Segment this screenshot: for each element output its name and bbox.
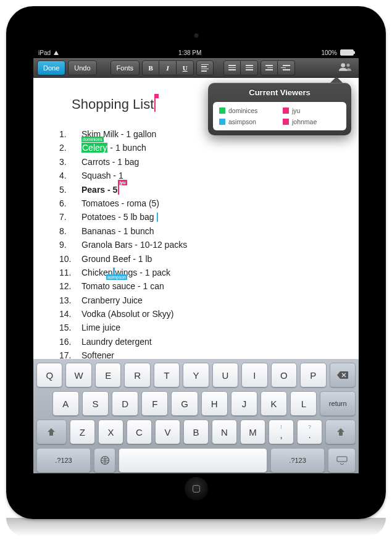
collab-cursor xyxy=(157,213,158,222)
italic-button[interactable]: I xyxy=(159,61,177,75)
numbers-key-right[interactable]: .?123 xyxy=(270,448,325,473)
key-o[interactable]: O xyxy=(271,363,297,387)
list-number: 12. xyxy=(53,279,81,293)
home-button[interactable] xyxy=(185,477,208,501)
key-e[interactable]: E xyxy=(95,363,121,387)
key-k[interactable]: K xyxy=(261,391,287,416)
align-button[interactable] xyxy=(196,61,214,75)
shift-key-right[interactable] xyxy=(325,420,356,444)
list-item[interactable]: 13.Cranberry Juice xyxy=(53,294,346,307)
list-item[interactable]: 15.Lime juice xyxy=(53,321,346,334)
list-text: Cranberry Juice xyxy=(81,294,346,307)
list-group xyxy=(223,61,258,75)
list-item[interactable]: 16.Laundry detergent xyxy=(53,335,346,349)
key-p[interactable]: P xyxy=(300,363,326,387)
key-x[interactable]: X xyxy=(98,420,123,444)
key-s[interactable]: S xyxy=(82,391,109,416)
key-f[interactable]: F xyxy=(141,391,168,416)
list-item[interactable]: 12.Tomato sauce - 1 can xyxy=(53,279,346,293)
key-i[interactable]: I xyxy=(241,363,267,387)
list-text: Softener xyxy=(81,349,346,359)
shopping-list: 1.Skim Milk - 1 gallon2.Celerydominices … xyxy=(53,127,346,359)
undo-button[interactable]: Undo xyxy=(68,61,96,75)
key-l[interactable]: L xyxy=(290,391,317,416)
done-button[interactable]: Done xyxy=(37,61,65,75)
collab-cursor: jyu xyxy=(118,185,119,194)
list-item[interactable]: 11.Chicken asimpsonwings - 1 pack xyxy=(53,266,346,279)
list-number: 5. xyxy=(53,183,81,196)
list-item[interactable]: 5.Pears - 5jyu xyxy=(53,183,346,196)
key-n[interactable]: N xyxy=(212,420,237,444)
key-exclaim[interactable]: !, xyxy=(269,420,294,444)
key-q[interactable]: Q xyxy=(36,363,62,387)
list-item[interactable]: 3.Carrots - 1 bag xyxy=(53,155,346,169)
indent-button[interactable] xyxy=(278,61,295,75)
key-m[interactable]: M xyxy=(240,420,265,444)
viewer-item[interactable]: johnmae xyxy=(283,118,340,125)
key-g[interactable]: G xyxy=(171,391,198,416)
people-icon xyxy=(339,62,351,72)
key-r[interactable]: R xyxy=(124,363,150,387)
key-t[interactable]: T xyxy=(154,363,180,387)
list-text: Bananas - 1 bunch xyxy=(81,224,346,238)
fonts-button[interactable]: Fonts xyxy=(111,61,140,75)
shift-key-left[interactable] xyxy=(36,420,67,444)
numbered-list-button[interactable] xyxy=(223,61,241,75)
list-item[interactable]: 7.Potatoes - 5 lb bag xyxy=(53,210,346,224)
list-number: 14. xyxy=(53,307,81,321)
key-j[interactable]: J xyxy=(231,391,257,416)
key-a[interactable]: A xyxy=(52,391,79,416)
backspace-key[interactable] xyxy=(330,363,356,387)
ipad-frame: iPad 1:38 PM 100% Done Undo Fonts B I U xyxy=(6,6,386,519)
viewers-button[interactable] xyxy=(335,62,355,74)
user-tag: asimpson xyxy=(106,274,127,280)
viewer-item[interactable]: jyu xyxy=(283,107,340,114)
key-h[interactable]: H xyxy=(201,391,228,416)
list-item[interactable]: 9.Granola Bars - 10-12 packs xyxy=(53,238,346,251)
list-item[interactable]: 17.Softener xyxy=(53,349,346,359)
return-key[interactable]: return xyxy=(320,391,356,416)
underline-button[interactable]: U xyxy=(177,61,194,75)
list-number: 4. xyxy=(53,169,81,182)
viewer-color-swatch xyxy=(219,119,225,125)
list-item[interactable]: 8.Bananas - 1 bunch xyxy=(53,224,346,238)
viewer-item[interactable]: dominices xyxy=(219,107,277,114)
viewers-popover: Current Viewers dominicesjyuasimpsonjohn… xyxy=(208,83,351,135)
key-u[interactable]: U xyxy=(212,363,238,387)
battery-percent: 100% xyxy=(321,49,337,56)
list-number: 17. xyxy=(53,349,81,359)
highlight: Celery xyxy=(81,143,107,153)
bold-button[interactable]: B xyxy=(142,61,159,75)
list-item[interactable]: 4.Squash - 1 xyxy=(53,169,346,182)
list-number: 6. xyxy=(53,196,81,210)
shift-icon xyxy=(336,428,345,436)
key-v[interactable]: V xyxy=(155,420,180,444)
key-b[interactable]: B xyxy=(183,420,209,444)
list-item[interactable]: 6.Tomatoes - roma (5) xyxy=(53,196,346,210)
list-item[interactable]: 14.Vodka (Absolut or Skyy) xyxy=(53,307,346,321)
hide-keyboard-key[interactable] xyxy=(328,448,356,473)
key-y[interactable]: Y xyxy=(183,363,209,387)
key-comma[interactable]: ?. xyxy=(297,420,322,444)
space-key[interactable] xyxy=(119,448,267,473)
title-cursor xyxy=(154,97,156,112)
list-item[interactable]: 10.Ground Beef - 1 lb xyxy=(53,252,346,266)
status-bar: iPad 1:38 PM 100% xyxy=(33,47,359,58)
list-text: Tomato sauce - 1 can xyxy=(81,279,346,293)
list-text: Laundry detergent xyxy=(81,335,346,349)
bullet-list-button[interactable] xyxy=(241,61,258,75)
viewer-item[interactable]: asimpson xyxy=(219,118,277,125)
viewer-name: asimpson xyxy=(228,118,256,125)
key-c[interactable]: C xyxy=(127,420,152,444)
key-z[interactable]: Z xyxy=(70,420,95,444)
numbers-key[interactable]: .?123 xyxy=(36,448,91,473)
emoji-key[interactable] xyxy=(94,448,115,473)
outdent-button[interactable] xyxy=(261,61,278,75)
keyboard-row: ZXCVBNM!,?. xyxy=(36,420,356,444)
viewer-color-swatch xyxy=(283,108,289,114)
list-item[interactable]: 2.Celerydominices - 1 bunch xyxy=(53,141,346,154)
user-tag: dominices xyxy=(81,137,104,142)
key-d[interactable]: D xyxy=(112,391,138,416)
clock: 1:38 PM xyxy=(178,49,201,56)
key-w[interactable]: W xyxy=(65,363,91,387)
